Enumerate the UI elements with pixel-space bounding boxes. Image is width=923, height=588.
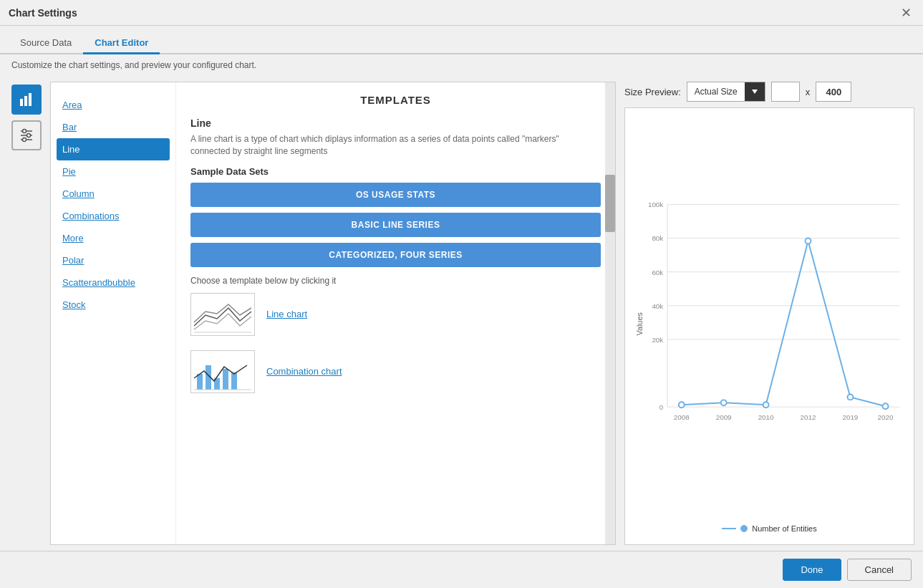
svg-text:2019: 2019 — [843, 413, 859, 421]
height-value: 400 — [816, 82, 851, 102]
nav-item-combinations[interactable]: Combinations — [51, 205, 175, 227]
chart-type-title: Line — [190, 117, 601, 129]
size-select-arrow[interactable] — [745, 82, 765, 101]
svg-point-8 — [23, 138, 26, 142]
nav-item-pie[interactable]: Pie — [51, 160, 175, 183]
svg-rect-0 — [20, 99, 23, 106]
svg-text:2010: 2010 — [758, 413, 774, 421]
nav-item-scatterandbubble[interactable]: Scatterandbubble — [51, 271, 175, 294]
tab-chart-editor[interactable]: Chart Editor — [83, 33, 160, 54]
dropdown-arrow-icon — [750, 87, 759, 96]
nav-item-column[interactable]: Column — [51, 183, 175, 205]
scrollbar-thumb[interactable] — [605, 175, 615, 232]
chart-legend: Number of Entities — [632, 524, 907, 533]
svg-point-4 — [23, 130, 26, 133]
size-select[interactable]: Actual Size — [687, 82, 765, 102]
template-item-combination: Combination chart — [190, 350, 601, 393]
nav-item-bar[interactable]: Bar — [51, 116, 175, 138]
svg-text:2012: 2012 — [801, 413, 816, 421]
svg-text:100k: 100k — [648, 201, 663, 208]
chart-type-description: A line chart is a type of chart which di… — [190, 133, 601, 158]
svg-text:60k: 60k — [652, 269, 663, 276]
svg-text:2009: 2009 — [716, 413, 732, 421]
settings-icon-button[interactable] — [11, 120, 42, 150]
template-preview-combination — [190, 350, 255, 393]
tabs-bar: Source Data Chart Editor — [0, 26, 923, 54]
combination-chart-thumbnail — [191, 351, 254, 392]
sliders-icon — [19, 127, 34, 143]
left-panel: Area Bar Line Pie Column Combinations Mo… — [9, 82, 616, 545]
legend-line-indicator — [722, 528, 736, 529]
svg-point-6 — [27, 134, 31, 138]
subtitle-bar: Customize the chart settings, and previe… — [0, 54, 923, 76]
data-point-2009 — [721, 400, 727, 405]
cancel-button[interactable]: Cancel — [847, 559, 912, 581]
titlebar: Chart Settings ✕ — [0, 0, 923, 26]
template-name-combination[interactable]: Combination chart — [266, 366, 342, 377]
svg-text:0: 0 — [659, 403, 664, 411]
sample-datasets-label: Sample Data Sets — [190, 166, 601, 177]
svg-text:20k: 20k — [652, 336, 663, 344]
template-preview-line — [190, 293, 255, 336]
nav-item-polar[interactable]: Polar — [51, 249, 175, 271]
chart-preview-container: Values 100k 80k 60k 40k 20k 0 — [624, 107, 914, 545]
templates-heading: TEMPLATES — [190, 94, 601, 106]
chart-settings-dialog: Chart Settings ✕ Source Data Chart Edito… — [0, 0, 923, 588]
right-panel: Size Preview: Actual Size x 400 — [624, 82, 914, 545]
svg-rect-13 — [223, 369, 228, 390]
nav-item-more[interactable]: More — [51, 227, 175, 249]
y-axis-label: Values — [635, 312, 644, 336]
legend-dot — [740, 525, 748, 532]
size-x-separator: x — [806, 87, 811, 97]
dialog-title: Chart Settings — [9, 7, 77, 19]
chart-line — [682, 241, 886, 406]
chart-editor-content: Area Bar Line Pie Column Combinations Mo… — [50, 82, 616, 545]
svg-rect-10 — [197, 374, 203, 390]
svg-text:80k: 80k — [652, 234, 663, 242]
data-point-2012 — [806, 238, 811, 244]
data-point-2019 — [848, 395, 854, 400]
sample-btn-os-usage[interactable]: OS USAGE STATS — [190, 183, 601, 207]
chart-svg: Values 100k 80k 60k 40k 20k 0 — [632, 115, 907, 519]
close-button[interactable]: ✕ — [898, 6, 914, 19]
nav-item-stock[interactable]: Stock — [51, 294, 175, 316]
svg-text:2008: 2008 — [674, 413, 690, 421]
chart-icon-button[interactable] — [11, 85, 42, 115]
choose-template-label: Choose a template below by clicking it — [190, 276, 601, 286]
scrollbar-track[interactable] — [605, 82, 615, 544]
nav-item-area[interactable]: Area — [51, 94, 175, 116]
data-point-2010 — [763, 402, 769, 408]
subtitle-text: Customize the chart settings, and previe… — [11, 60, 256, 70]
data-point-2008 — [679, 402, 685, 408]
footer-bar: Done Cancel — [0, 551, 923, 588]
nav-list: Area Bar Line Pie Column Combinations Mo… — [51, 82, 176, 544]
svg-rect-1 — [24, 96, 27, 106]
size-preview-bar: Size Preview: Actual Size x 400 — [624, 82, 914, 102]
svg-rect-2 — [29, 93, 32, 106]
line-chart-thumbnail — [191, 294, 254, 335]
svg-text:2020: 2020 — [878, 413, 894, 421]
tab-source-data[interactable]: Source Data — [9, 33, 83, 54]
sample-btn-basic-line[interactable]: BASIC LINE SERIES — [190, 213, 601, 237]
data-point-2020 — [883, 403, 889, 409]
template-item-line: Line chart — [190, 293, 601, 336]
size-preview-label: Size Preview: — [624, 87, 681, 97]
size-select-option: Actual Size — [687, 82, 745, 101]
icon-sidebar — [9, 82, 44, 545]
width-input[interactable] — [771, 82, 800, 102]
nav-item-line[interactable]: Line — [57, 138, 170, 160]
chart-bar-icon — [19, 92, 34, 107]
svg-text:40k: 40k — [652, 302, 663, 310]
svg-rect-14 — [231, 372, 237, 390]
templates-area: TEMPLATES Line A line chart is a type of… — [176, 82, 615, 544]
done-button[interactable]: Done — [783, 559, 841, 581]
sample-btn-categorized[interactable]: CATEGORIZED, FOUR SERIES — [190, 243, 601, 267]
legend-label: Number of Entities — [752, 524, 816, 533]
main-area: Area Bar Line Pie Column Combinations Mo… — [0, 76, 923, 551]
template-name-line[interactable]: Line chart — [266, 309, 307, 319]
svg-marker-16 — [752, 90, 758, 94]
chart-area: Values 100k 80k 60k 40k 20k 0 — [632, 115, 907, 519]
